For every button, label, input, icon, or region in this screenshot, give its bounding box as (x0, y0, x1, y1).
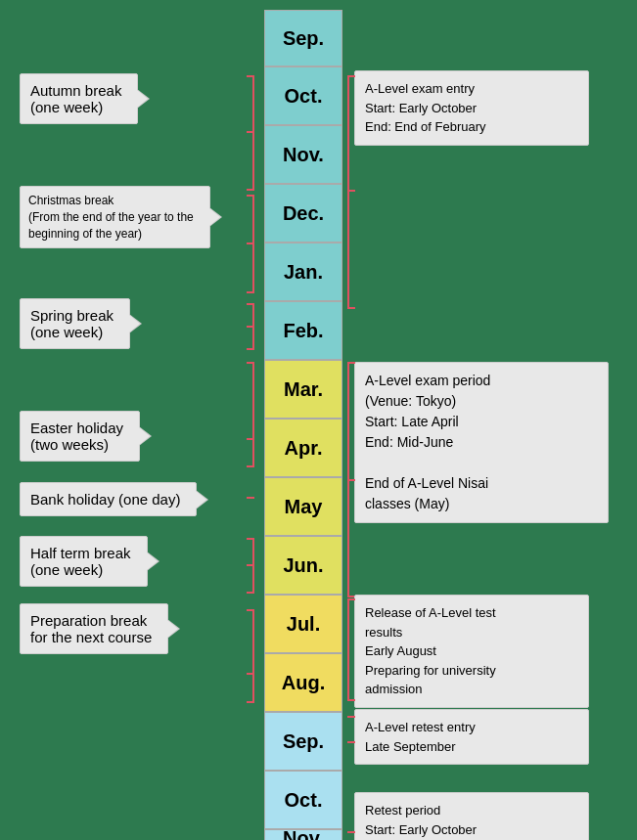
retest-entry-label: A-Level retest entryLate September (354, 709, 589, 765)
easter-bracket-line (252, 362, 254, 466)
results-label: Release of A-Level testresultsEarly Augu… (354, 595, 589, 708)
entry-bracket-bot (347, 307, 355, 309)
retest-entry-text: A-Level retest entryLate September (365, 720, 476, 754)
half-bracket-top (247, 538, 254, 540)
chevron-right-xmas (209, 208, 220, 226)
prep-break-label: Preparation break for the next course (20, 603, 168, 654)
retest-period-label: Retest periodStart: Early OctoberEnd: Mi… (354, 792, 589, 840)
month-jan: Jan. (264, 243, 342, 301)
month-may: May (264, 477, 342, 536)
easter-bracket-mid (247, 438, 254, 440)
autumn-break-bracket-mid (247, 131, 254, 133)
chevron-right-half (147, 553, 158, 570)
easter-bracket-bot (247, 465, 254, 467)
spring-break-label: Spring break (one week) (20, 298, 130, 349)
spring-bracket-mid (247, 326, 254, 328)
half-bracket-mid (247, 564, 254, 566)
prep-bracket-line (252, 609, 254, 702)
chevron-right-bank (196, 491, 206, 508)
retest-period-text: Retest periodStart: Early OctoberEnd: Mi… (365, 803, 481, 840)
bank-holiday-label: Bank holiday (one day) (20, 482, 197, 516)
month-apr: Apr. (264, 419, 342, 477)
month-aug: Aug. (264, 653, 342, 712)
autumn-break-bracket-top (247, 75, 254, 77)
spring-bracket-bot (247, 348, 254, 350)
alevel-exam-period-label: A-Level exam period(Venue: Tokyo)Start: … (354, 362, 609, 523)
half-term-label: Half term break (one week) (20, 536, 148, 587)
results-text: Release of A-Level testresultsEarly Augu… (365, 605, 496, 696)
month-sep-1: Sep. (264, 10, 342, 66)
month-oct-1: Oct. (264, 66, 342, 125)
entry-bracket-top (347, 75, 355, 77)
xmas-bracket-bot (247, 291, 254, 293)
period-bracket-top (347, 362, 355, 364)
results-bracket-line (347, 598, 349, 700)
autumn-break-bracket-bot (247, 189, 254, 191)
chevron-right-easter (139, 427, 150, 445)
easter-bracket-top (247, 362, 254, 364)
retest-entry-bracket-bot (347, 741, 355, 743)
prep-bracket-top (247, 609, 254, 611)
month-nov-2: Nov. (264, 829, 342, 840)
xmas-bracket-mid (247, 243, 254, 244)
period-bracket-mid (347, 479, 355, 481)
christmas-break-label: Christmas break (From the end of the yea… (20, 186, 210, 248)
alevel-exam-period-text: A-Level exam period(Venue: Tokyo)Start: … (365, 373, 490, 511)
chevron-right-spring (129, 315, 140, 332)
main-container: Sep. Oct. Nov. Dec. Jan. Feb. Mar. Apr. (0, 0, 637, 840)
easter-holiday-label: Easter holiday (two weeks) (20, 411, 140, 462)
entry-bracket-line (347, 75, 349, 308)
retest-period-bracket (347, 831, 355, 833)
autumn-break-text: Autumn break (one week) (30, 82, 121, 115)
month-dec: Dec. (264, 184, 342, 243)
month-feb: Feb. (264, 301, 342, 360)
xmas-bracket-top (247, 195, 254, 197)
month-nov-1: Nov. (264, 125, 342, 184)
month-sep-2: Sep. (264, 712, 342, 771)
chevron-right-prep (167, 620, 178, 638)
chevron-right-autumn (137, 90, 148, 108)
alevel-exam-entry-label: A-Level exam entryStart: Early OctoberEn… (354, 70, 589, 146)
month-jul: Jul. (264, 595, 342, 653)
prep-bracket-bot (247, 701, 254, 703)
entry-bracket-mid (347, 190, 355, 192)
month-oct-2: Oct. (264, 771, 342, 829)
month-jun: Jun. (264, 536, 342, 595)
half-bracket-bot (247, 592, 254, 594)
autumn-break-label: Autumn break (one week) (20, 73, 138, 124)
prep-bracket-mid (247, 673, 254, 675)
results-bracket-bot (347, 699, 355, 701)
retest-entry-bracket-top (347, 716, 355, 718)
bank-bracket-dash (247, 497, 254, 499)
results-bracket-top (347, 598, 355, 600)
spring-bracket-top (247, 303, 254, 305)
month-mar: Mar. (264, 360, 342, 419)
alevel-exam-entry-text: A-Level exam entryStart: Early OctoberEn… (365, 81, 486, 134)
